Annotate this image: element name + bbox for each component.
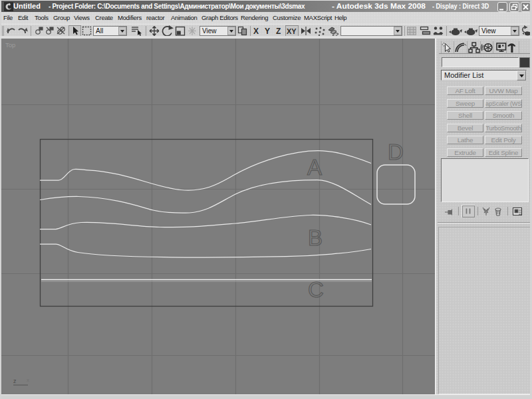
svg-text:Z: Z [276,27,281,36]
svg-text:X: X [253,27,259,36]
svg-text:A: A [307,155,322,180]
svg-text:Top: Top [5,41,15,49]
svg-text:XY: XY [287,27,297,35]
svg-text:Y: Y [265,27,270,36]
svg-text:D: D [388,140,404,164]
svg-text:View: View [202,27,217,35]
svg-text:B: B [308,225,323,250]
svg-text:x: x [27,377,29,383]
svg-text:C: C [308,277,324,302]
svg-text:z: z [13,378,17,384]
svg-text:View: View [481,27,496,35]
svg-text:All: All [96,27,103,35]
